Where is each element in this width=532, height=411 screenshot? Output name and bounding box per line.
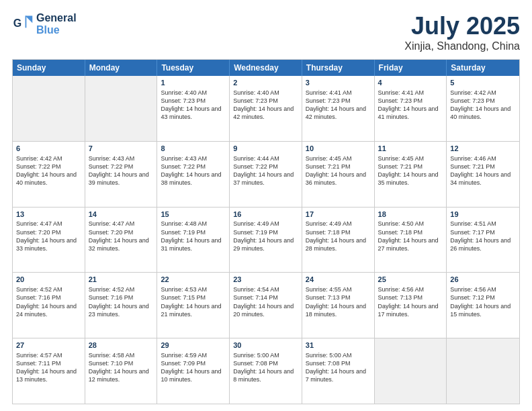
- cell-info-line: Sunset: 7:22 PM: [89, 163, 154, 171]
- day-number: 14: [89, 210, 154, 220]
- day-number: 7: [89, 144, 154, 154]
- calendar-cell: 21Sunrise: 4:52 AMSunset: 7:16 PMDayligh…: [85, 273, 158, 338]
- header-wednesday: Wednesday: [230, 60, 302, 76]
- cell-info-line: Sunset: 7:13 PM: [306, 293, 371, 302]
- cell-info-line: Sunrise: 4:45 AM: [378, 154, 443, 163]
- calendar-cell: [13, 76, 85, 141]
- calendar-row: 1Sunrise: 4:40 AMSunset: 7:23 PMDaylight…: [13, 76, 519, 141]
- header-monday: Monday: [85, 60, 158, 76]
- calendar-cell: 15Sunrise: 4:48 AMSunset: 7:19 PMDayligh…: [157, 208, 230, 273]
- subtitle: Xinjia, Shandong, China: [404, 40, 520, 52]
- cell-info-line: Sunset: 7:22 PM: [16, 163, 81, 171]
- calendar-cell: 28Sunrise: 4:58 AMSunset: 7:10 PMDayligh…: [85, 338, 158, 404]
- day-number: 10: [306, 144, 371, 154]
- cell-info-line: Sunrise: 5:00 AM: [306, 351, 371, 359]
- calendar-cell: 19Sunrise: 4:51 AMSunset: 7:17 PMDayligh…: [447, 208, 519, 273]
- calendar-cell: 30Sunrise: 5:00 AMSunset: 7:08 PMDayligh…: [230, 338, 302, 404]
- calendar-cell: 29Sunrise: 4:59 AMSunset: 7:09 PMDayligh…: [157, 338, 230, 404]
- cell-info-line: Sunrise: 4:43 AM: [89, 154, 154, 163]
- cell-info-line: Sunset: 7:23 PM: [378, 97, 443, 105]
- day-number: 13: [16, 210, 81, 220]
- cell-info-line: Daylight: 14 hours and 10 minutes.: [161, 367, 226, 383]
- day-number: 6: [16, 144, 81, 154]
- cell-info-line: Daylight: 14 hours and 12 minutes.: [89, 367, 154, 383]
- calendar-cell: 18Sunrise: 4:50 AMSunset: 7:18 PMDayligh…: [375, 208, 447, 273]
- calendar-cell: 11Sunrise: 4:45 AMSunset: 7:21 PMDayligh…: [375, 142, 447, 207]
- calendar-row: 6Sunrise: 4:42 AMSunset: 7:22 PMDaylight…: [13, 141, 519, 207]
- cell-info-line: Sunset: 7:23 PM: [233, 97, 298, 105]
- cell-info-line: Daylight: 14 hours and 42 minutes.: [306, 105, 371, 121]
- calendar-cell: 2Sunrise: 4:40 AMSunset: 7:23 PMDaylight…: [230, 76, 302, 141]
- cell-info-line: Daylight: 14 hours and 37 minutes.: [233, 171, 298, 187]
- day-number: 29: [161, 340, 226, 351]
- cell-info-line: Daylight: 14 hours and 38 minutes.: [161, 171, 226, 187]
- cell-info-line: Sunrise: 4:46 AM: [450, 154, 516, 163]
- cell-info-line: Sunset: 7:21 PM: [378, 163, 443, 171]
- cell-info-line: Sunrise: 4:49 AM: [306, 220, 371, 228]
- cell-info-line: Sunrise: 4:42 AM: [450, 89, 516, 97]
- logo: G General Blue: [12, 12, 77, 36]
- cell-info-line: Sunrise: 4:58 AM: [89, 351, 154, 359]
- cell-info-line: Daylight: 14 hours and 21 minutes.: [161, 302, 226, 318]
- cell-info-line: Sunrise: 4:56 AM: [450, 285, 516, 293]
- main-title: July 2025: [404, 12, 520, 40]
- cell-info-line: Sunrise: 4:44 AM: [233, 154, 298, 163]
- cell-info-line: Sunrise: 4:41 AM: [378, 89, 443, 97]
- cell-info-line: Sunrise: 4:52 AM: [89, 285, 154, 293]
- cell-info-line: Sunrise: 4:52 AM: [16, 285, 81, 293]
- cell-info-line: Sunrise: 4:47 AM: [16, 220, 81, 228]
- day-number: 8: [161, 144, 226, 154]
- header-sunday: Sunday: [13, 60, 85, 76]
- cell-info-line: Sunset: 7:13 PM: [378, 293, 443, 302]
- day-number: 16: [233, 210, 298, 220]
- cell-info-line: Sunrise: 4:51 AM: [450, 220, 516, 228]
- day-number: 12: [450, 144, 516, 154]
- calendar-row: 13Sunrise: 4:47 AMSunset: 7:20 PMDayligh…: [13, 207, 519, 273]
- cell-info-line: Sunrise: 4:40 AM: [161, 89, 226, 97]
- calendar-cell: [447, 338, 519, 404]
- cell-info-line: Sunrise: 4:59 AM: [161, 351, 226, 359]
- calendar-cell: [375, 338, 447, 404]
- svg-text:G: G: [13, 17, 21, 29]
- day-number: 24: [306, 275, 371, 285]
- day-number: 27: [16, 340, 81, 351]
- calendar: Sunday Monday Tuesday Wednesday Thursday…: [12, 59, 520, 404]
- cell-info-line: Sunrise: 4:48 AM: [161, 220, 226, 228]
- cell-info-line: Sunrise: 4:42 AM: [16, 154, 81, 163]
- cell-info-line: Sunset: 7:12 PM: [450, 293, 516, 302]
- cell-info-line: Sunset: 7:15 PM: [161, 293, 226, 302]
- header-friday: Friday: [375, 60, 447, 76]
- calendar-cell: 14Sunrise: 4:47 AMSunset: 7:20 PMDayligh…: [85, 208, 158, 273]
- header-tuesday: Tuesday: [157, 60, 230, 76]
- cell-info-line: Sunset: 7:16 PM: [16, 293, 81, 302]
- cell-info-line: Sunrise: 4:45 AM: [306, 154, 371, 163]
- cell-info-line: Sunset: 7:19 PM: [161, 228, 226, 236]
- cell-info-line: Daylight: 14 hours and 24 minutes.: [16, 302, 81, 318]
- cell-info-line: Daylight: 14 hours and 41 minutes.: [378, 105, 443, 121]
- calendar-cell: 8Sunrise: 4:43 AMSunset: 7:22 PMDaylight…: [157, 142, 230, 207]
- day-number: 23: [233, 275, 298, 285]
- cell-info-line: Sunset: 7:10 PM: [89, 359, 154, 367]
- cell-info-line: Sunset: 7:23 PM: [306, 97, 371, 105]
- day-number: 3: [306, 78, 371, 88]
- cell-info-line: Daylight: 14 hours and 39 minutes.: [89, 171, 154, 187]
- calendar-cell: 31Sunrise: 5:00 AMSunset: 7:08 PMDayligh…: [302, 338, 375, 404]
- cell-info-line: Sunrise: 4:55 AM: [306, 285, 371, 293]
- cell-info-line: Daylight: 14 hours and 18 minutes.: [306, 302, 371, 318]
- cell-info-line: Sunset: 7:23 PM: [161, 97, 226, 105]
- day-number: 4: [378, 78, 443, 88]
- calendar-cell: 13Sunrise: 4:47 AMSunset: 7:20 PMDayligh…: [13, 208, 85, 273]
- day-number: 26: [450, 275, 516, 285]
- cell-info-line: Sunset: 7:21 PM: [450, 163, 516, 171]
- cell-info-line: Daylight: 14 hours and 27 minutes.: [378, 236, 443, 253]
- day-number: 25: [378, 275, 443, 285]
- cell-info-line: Sunset: 7:09 PM: [161, 359, 226, 367]
- calendar-cell: 5Sunrise: 4:42 AMSunset: 7:23 PMDaylight…: [447, 76, 519, 141]
- cell-info-line: Daylight: 14 hours and 23 minutes.: [89, 302, 154, 318]
- day-number: 9: [233, 144, 298, 154]
- calendar-cell: 20Sunrise: 4:52 AMSunset: 7:16 PMDayligh…: [13, 273, 85, 338]
- cell-info-line: Sunset: 7:16 PM: [89, 293, 154, 302]
- cell-info-line: Daylight: 14 hours and 29 minutes.: [233, 236, 298, 253]
- cell-info-line: Sunrise: 4:40 AM: [233, 89, 298, 97]
- cell-info-line: Daylight: 14 hours and 7 minutes.: [306, 367, 371, 383]
